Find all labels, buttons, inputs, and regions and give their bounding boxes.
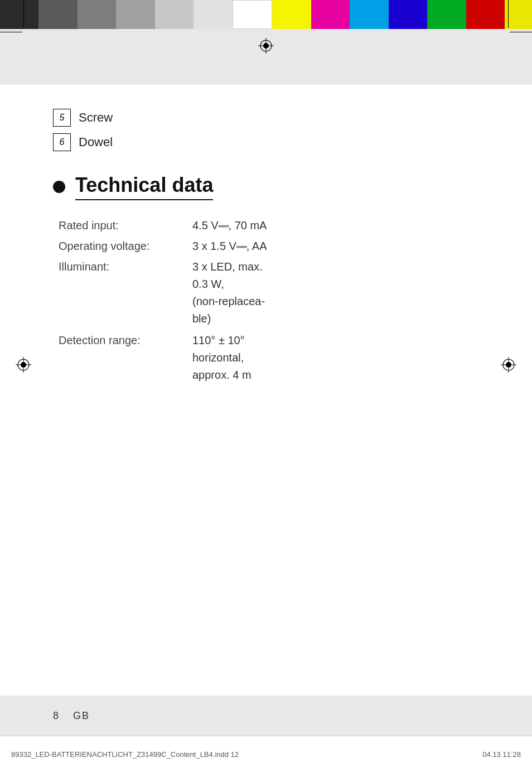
tech-value-operating-voltage: 3 x 1.5 V══, AA <box>192 238 267 255</box>
item-label-screw: Screw <box>79 110 113 125</box>
items-list: 5 Screw 6 Dowel <box>53 109 479 151</box>
swatch-yellow <box>272 0 311 29</box>
trim-left-top <box>0 32 22 32</box>
vtrim-top-left <box>23 0 24 28</box>
swatch-dark-gray <box>38 0 77 29</box>
color-bar <box>0 0 532 29</box>
swatch-white <box>233 0 272 29</box>
tech-data-table: Rated input: 4.5 V══, 70 mA Operating vo… <box>59 217 479 384</box>
footer-filename: 89332_LED-BATTERIENACHTLICHT_Z31499C_Con… <box>11 750 239 759</box>
tech-row-illuminant: Illuminant: 3 x LED, max. 0.3 W, (non-re… <box>59 258 479 327</box>
swatch-magenta <box>311 0 350 29</box>
tech-row-operating-voltage: Operating voltage: 3 x 1.5 V══, AA <box>59 238 479 255</box>
tech-value-rated-input: 4.5 V══, 70 mA <box>192 217 267 234</box>
tech-label-detection-range: Detection range: <box>59 332 192 384</box>
section-heading: Technical data <box>53 173 479 200</box>
tech-value-illuminant: 3 x LED, max. 0.3 W, (non-replacea- ble) <box>192 258 265 327</box>
item-number-6: 6 <box>53 133 71 151</box>
swatch-light-yellow <box>505 0 532 29</box>
section-title: Technical data <box>75 173 213 200</box>
item-number-5: 5 <box>53 109 71 127</box>
main-content: 5 Screw 6 Dowel Technical data Rated inp… <box>53 86 479 705</box>
reg-mark-left <box>16 357 31 373</box>
reg-mark-right <box>501 357 516 373</box>
tech-label-operating-voltage: Operating voltage: <box>59 238 192 255</box>
bottom-strip: 8 GB <box>0 696 532 736</box>
bullet-circle-icon <box>53 181 65 193</box>
footer-timestamp: 04.13 11:28 <box>482 750 521 759</box>
page-number: 8 <box>53 710 60 722</box>
tech-label-rated-input: Rated input: <box>59 217 192 234</box>
item-label-dowel: Dowel <box>79 135 113 149</box>
vtrim-top-right <box>508 0 509 28</box>
tech-row-rated-input: Rated input: 4.5 V══, 70 mA <box>59 217 479 234</box>
tech-row-detection-range: Detection range: 110° ± 10° horizontal, … <box>59 332 479 384</box>
trim-right-top <box>510 32 532 32</box>
top-strip <box>0 29 532 85</box>
swatch-black <box>0 0 38 29</box>
swatch-near-white <box>194 0 232 29</box>
swatch-green <box>427 0 466 29</box>
tech-label-illuminant: Illuminant: <box>59 258 192 327</box>
tech-value-detection-range: 110° ± 10° horizontal, approx. 4 m <box>192 332 252 384</box>
list-item: 6 Dowel <box>53 133 479 151</box>
swatch-light-gray <box>116 0 154 29</box>
swatch-cyan <box>350 0 388 29</box>
swatch-red <box>466 0 505 29</box>
swatch-blue <box>389 0 427 29</box>
reg-mark-top-center <box>258 38 274 54</box>
language-code: GB <box>73 710 90 722</box>
footer-strip: 89332_LED-BATTERIENACHTLICHT_Z31499C_Con… <box>0 736 532 772</box>
swatch-medium-gray <box>78 0 116 29</box>
swatch-lighter-gray <box>155 0 194 29</box>
list-item: 5 Screw <box>53 109 479 127</box>
